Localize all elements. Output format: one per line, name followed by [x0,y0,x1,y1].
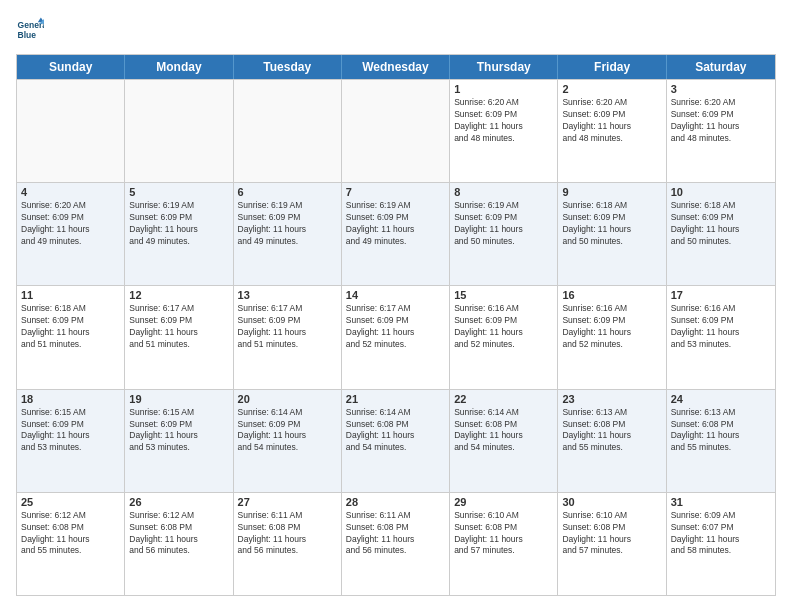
day-info: Sunrise: 6:20 AM Sunset: 6:09 PM Dayligh… [21,200,120,248]
day-info: Sunrise: 6:11 AM Sunset: 6:08 PM Dayligh… [346,510,445,558]
day-info: Sunrise: 6:18 AM Sunset: 6:09 PM Dayligh… [21,303,120,351]
day-number: 14 [346,289,445,301]
calendar-cell: 30Sunrise: 6:10 AM Sunset: 6:08 PM Dayli… [558,493,666,595]
day-info: Sunrise: 6:12 AM Sunset: 6:08 PM Dayligh… [129,510,228,558]
day-number: 27 [238,496,337,508]
calendar-cell: 2Sunrise: 6:20 AM Sunset: 6:09 PM Daylig… [558,80,666,182]
day-number: 4 [21,186,120,198]
day-number: 9 [562,186,661,198]
calendar-row: 25Sunrise: 6:12 AM Sunset: 6:08 PM Dayli… [17,492,775,595]
day-number: 25 [21,496,120,508]
day-number: 20 [238,393,337,405]
day-number: 8 [454,186,553,198]
day-number: 5 [129,186,228,198]
day-number: 24 [671,393,771,405]
calendar-cell: 11Sunrise: 6:18 AM Sunset: 6:09 PM Dayli… [17,286,125,388]
calendar-cell: 24Sunrise: 6:13 AM Sunset: 6:08 PM Dayli… [667,390,775,492]
calendar-cell: 1Sunrise: 6:20 AM Sunset: 6:09 PM Daylig… [450,80,558,182]
day-info: Sunrise: 6:13 AM Sunset: 6:08 PM Dayligh… [671,407,771,455]
day-info: Sunrise: 6:20 AM Sunset: 6:09 PM Dayligh… [454,97,553,145]
day-number: 7 [346,186,445,198]
calendar-cell: 3Sunrise: 6:20 AM Sunset: 6:09 PM Daylig… [667,80,775,182]
calendar-cell [17,80,125,182]
calendar-cell: 29Sunrise: 6:10 AM Sunset: 6:08 PM Dayli… [450,493,558,595]
day-info: Sunrise: 6:17 AM Sunset: 6:09 PM Dayligh… [238,303,337,351]
calendar-cell: 28Sunrise: 6:11 AM Sunset: 6:08 PM Dayli… [342,493,450,595]
calendar-cell [234,80,342,182]
calendar-header: SundayMondayTuesdayWednesdayThursdayFrid… [17,55,775,79]
day-number: 1 [454,83,553,95]
day-info: Sunrise: 6:20 AM Sunset: 6:09 PM Dayligh… [671,97,771,145]
header-day: Sunday [17,55,125,79]
calendar-cell: 16Sunrise: 6:16 AM Sunset: 6:09 PM Dayli… [558,286,666,388]
calendar-row: 1Sunrise: 6:20 AM Sunset: 6:09 PM Daylig… [17,79,775,182]
logo: General Blue [16,16,44,44]
day-number: 31 [671,496,771,508]
day-info: Sunrise: 6:18 AM Sunset: 6:09 PM Dayligh… [671,200,771,248]
calendar-cell [125,80,233,182]
svg-text:Blue: Blue [18,30,37,40]
calendar-cell: 22Sunrise: 6:14 AM Sunset: 6:08 PM Dayli… [450,390,558,492]
day-number: 6 [238,186,337,198]
header-day: Saturday [667,55,775,79]
calendar-cell: 20Sunrise: 6:14 AM Sunset: 6:09 PM Dayli… [234,390,342,492]
calendar: SundayMondayTuesdayWednesdayThursdayFrid… [16,54,776,596]
calendar-cell: 17Sunrise: 6:16 AM Sunset: 6:09 PM Dayli… [667,286,775,388]
day-info: Sunrise: 6:17 AM Sunset: 6:09 PM Dayligh… [129,303,228,351]
day-number: 3 [671,83,771,95]
header-day: Monday [125,55,233,79]
day-number: 19 [129,393,228,405]
day-number: 30 [562,496,661,508]
day-info: Sunrise: 6:12 AM Sunset: 6:08 PM Dayligh… [21,510,120,558]
day-number: 16 [562,289,661,301]
day-number: 29 [454,496,553,508]
calendar-cell: 9Sunrise: 6:18 AM Sunset: 6:09 PM Daylig… [558,183,666,285]
day-info: Sunrise: 6:10 AM Sunset: 6:08 PM Dayligh… [562,510,661,558]
calendar-cell: 19Sunrise: 6:15 AM Sunset: 6:09 PM Dayli… [125,390,233,492]
day-number: 18 [21,393,120,405]
calendar-cell: 13Sunrise: 6:17 AM Sunset: 6:09 PM Dayli… [234,286,342,388]
day-info: Sunrise: 6:17 AM Sunset: 6:09 PM Dayligh… [346,303,445,351]
calendar-cell: 14Sunrise: 6:17 AM Sunset: 6:09 PM Dayli… [342,286,450,388]
day-number: 21 [346,393,445,405]
calendar-cell: 6Sunrise: 6:19 AM Sunset: 6:09 PM Daylig… [234,183,342,285]
calendar-cell: 10Sunrise: 6:18 AM Sunset: 6:09 PM Dayli… [667,183,775,285]
calendar-cell: 5Sunrise: 6:19 AM Sunset: 6:09 PM Daylig… [125,183,233,285]
header-day: Tuesday [234,55,342,79]
calendar-cell: 21Sunrise: 6:14 AM Sunset: 6:08 PM Dayli… [342,390,450,492]
calendar-cell: 8Sunrise: 6:19 AM Sunset: 6:09 PM Daylig… [450,183,558,285]
day-info: Sunrise: 6:18 AM Sunset: 6:09 PM Dayligh… [562,200,661,248]
calendar-body: 1Sunrise: 6:20 AM Sunset: 6:09 PM Daylig… [17,79,775,595]
calendar-cell: 25Sunrise: 6:12 AM Sunset: 6:08 PM Dayli… [17,493,125,595]
day-info: Sunrise: 6:20 AM Sunset: 6:09 PM Dayligh… [562,97,661,145]
calendar-cell: 4Sunrise: 6:20 AM Sunset: 6:09 PM Daylig… [17,183,125,285]
calendar-row: 11Sunrise: 6:18 AM Sunset: 6:09 PM Dayli… [17,285,775,388]
day-info: Sunrise: 6:14 AM Sunset: 6:08 PM Dayligh… [346,407,445,455]
calendar-cell: 31Sunrise: 6:09 AM Sunset: 6:07 PM Dayli… [667,493,775,595]
day-info: Sunrise: 6:19 AM Sunset: 6:09 PM Dayligh… [129,200,228,248]
calendar-cell: 15Sunrise: 6:16 AM Sunset: 6:09 PM Dayli… [450,286,558,388]
header-day: Wednesday [342,55,450,79]
day-number: 12 [129,289,228,301]
calendar-cell: 18Sunrise: 6:15 AM Sunset: 6:09 PM Dayli… [17,390,125,492]
day-number: 23 [562,393,661,405]
day-info: Sunrise: 6:11 AM Sunset: 6:08 PM Dayligh… [238,510,337,558]
header-day: Friday [558,55,666,79]
calendar-cell: 26Sunrise: 6:12 AM Sunset: 6:08 PM Dayli… [125,493,233,595]
calendar-row: 4Sunrise: 6:20 AM Sunset: 6:09 PM Daylig… [17,182,775,285]
calendar-row: 18Sunrise: 6:15 AM Sunset: 6:09 PM Dayli… [17,389,775,492]
day-info: Sunrise: 6:09 AM Sunset: 6:07 PM Dayligh… [671,510,771,558]
calendar-cell: 27Sunrise: 6:11 AM Sunset: 6:08 PM Dayli… [234,493,342,595]
day-number: 2 [562,83,661,95]
day-info: Sunrise: 6:16 AM Sunset: 6:09 PM Dayligh… [671,303,771,351]
day-info: Sunrise: 6:15 AM Sunset: 6:09 PM Dayligh… [129,407,228,455]
page-header: General Blue [16,16,776,44]
day-number: 15 [454,289,553,301]
day-info: Sunrise: 6:13 AM Sunset: 6:08 PM Dayligh… [562,407,661,455]
day-info: Sunrise: 6:10 AM Sunset: 6:08 PM Dayligh… [454,510,553,558]
calendar-cell [342,80,450,182]
day-info: Sunrise: 6:19 AM Sunset: 6:09 PM Dayligh… [238,200,337,248]
calendar-cell: 23Sunrise: 6:13 AM Sunset: 6:08 PM Dayli… [558,390,666,492]
calendar-cell: 7Sunrise: 6:19 AM Sunset: 6:09 PM Daylig… [342,183,450,285]
day-number: 17 [671,289,771,301]
